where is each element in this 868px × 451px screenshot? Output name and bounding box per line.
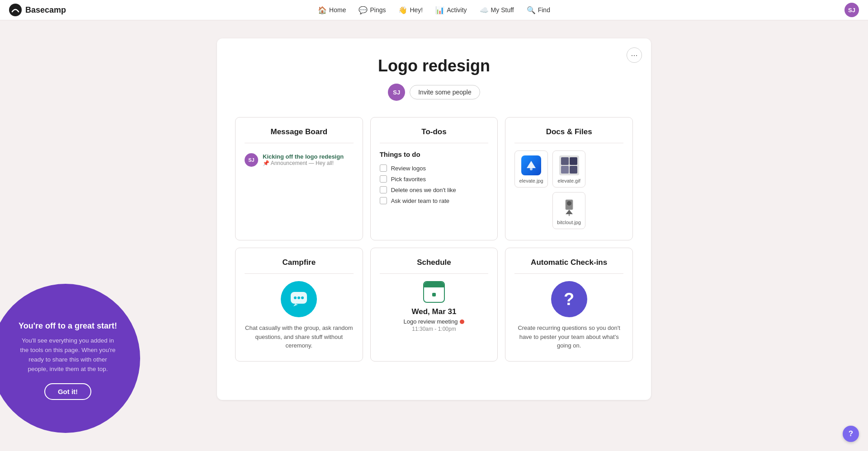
help-button[interactable]: ? [843,426,859,442]
todo-label-3: Delete ones we don't like [391,187,456,193]
todo-group-title: Things to do [380,150,489,158]
pings-icon: 💬 [359,6,368,14]
doc-placeholder-2 [514,192,548,229]
nav-find[interactable]: 🔍 Find [521,3,556,17]
svg-point-10 [301,296,304,299]
svg-point-8 [294,296,297,299]
todo-checkbox-1[interactable] [380,164,387,172]
doc-placeholder [590,150,623,188]
nav-pings[interactable]: 💬 Pings [353,3,391,17]
svg-marker-1 [527,161,536,168]
todo-item-2: Pick favorites [380,174,489,184]
project-members: SJ Invite some people [235,84,633,101]
svg-point-9 [297,296,300,299]
find-icon: 🔍 [527,6,536,14]
checkin-icon-wrap: ? [514,281,623,317]
docs-card: Docs & Files elevate.jpg [505,117,633,240]
logo[interactable]: Basecamp [9,4,66,16]
campfire-description: Chat casually with the group, ask random… [245,324,354,350]
message-subtitle: 📌 Announcement — Hey all! [263,160,354,166]
schedule-event-name: Logo review meeting [404,318,458,325]
schedule-event: Logo review meeting [380,318,489,325]
message-item[interactable]: SJ Kicking off the logo redesign 📌 Annou… [245,150,354,169]
todo-label-4: Ask wider team to rate [391,197,449,204]
todos-card: To-dos Things to do Review logos Pick fa… [370,117,498,240]
schedule-time: 11:30am - 1:00pm [380,326,489,332]
nav-right: SJ [844,3,859,17]
todo-item-4: Ask wider team to rate [380,195,489,206]
todo-item-3: Delete ones we don't like [380,184,489,195]
svg-point-5 [567,201,571,206]
campfire-icon-wrap [245,281,354,317]
bitclout-name: bitclout.jpg [557,220,581,225]
nav-hey[interactable]: 👋 Hey! [393,3,428,17]
todos-title: To-dos [380,127,489,143]
message-board-card: Message Board SJ Kicking off the logo re… [235,117,363,240]
svg-point-2 [530,168,533,170]
todo-checkbox-2[interactable] [380,175,387,183]
project-member-avatar: SJ [388,84,405,101]
campfire-chat-icon [289,289,309,309]
hey-icon: 👋 [398,6,407,14]
nav-mystuff[interactable]: ☁️ My Stuff [474,3,519,17]
cal-body [424,287,444,302]
checkin-description: Create recurring questions so you don't … [514,324,623,350]
todo-item-1: Review logos [380,163,489,174]
nav-home[interactable]: 🏠 Home [312,3,351,17]
elevate-gif-name: elevate.gif [558,178,580,183]
bitclout-svg [560,198,578,216]
content-card: ··· Logo redesign SJ Invite some people … [217,38,651,400]
basecamp-logo-icon [9,4,22,16]
cal-dot [432,293,436,296]
todo-label-1: Review logos [391,165,426,172]
cal-header [424,282,444,287]
checkins-title: Automatic Check-ins [514,258,623,274]
got-it-button[interactable]: Got it! [44,383,91,400]
nav-center: 🏠 Home 💬 Pings 👋 Hey! 📊 Activity ☁️ My S… [312,3,556,17]
onboarding-title: You're off to a great start! [19,321,117,331]
elevate-svg [525,159,538,172]
message-avatar: SJ [245,153,258,167]
question-mark-icon: ? [564,290,574,309]
elevate-gif-icon [559,155,579,175]
checkin-icon: ? [551,281,587,317]
top-nav: Basecamp 🏠 Home 💬 Pings 👋 Hey! 📊 Activit… [0,0,868,20]
todo-label-2: Pick favorites [391,176,426,183]
elevate-jpg-name: elevate.jpg [519,178,543,183]
activity-icon: 📊 [435,6,444,14]
campfire-icon [281,281,317,317]
elevate-jpg-icon [521,155,541,175]
calendar-icon [423,281,445,303]
logo-text: Basecamp [25,5,66,15]
invite-button[interactable]: Invite some people [410,85,480,99]
mystuff-icon: ☁️ [480,6,489,14]
doc-elevate-jpg[interactable]: elevate.jpg [514,150,548,188]
doc-bitclout[interactable]: bitclout.jpg [552,192,586,229]
schedule-card: Schedule Wed, Mar 31 Logo review meeting… [370,248,498,362]
todo-checkbox-3[interactable] [380,186,387,193]
user-avatar[interactable]: SJ [844,3,859,17]
docs-grid: elevate.jpg elevate.gif [514,150,623,229]
schedule-title: Schedule [380,258,489,274]
event-indicator [460,319,464,324]
docs-title: Docs & Files [514,127,623,143]
doc-elevate-gif[interactable]: elevate.gif [552,150,586,188]
svg-marker-4 [566,210,573,214]
message-title: Kicking off the logo redesign [263,153,354,160]
tools-grid: Message Board SJ Kicking off the logo re… [235,117,633,362]
checkins-card: Automatic Check-ins ? Create recurring q… [505,248,633,362]
todo-checkbox-4[interactable] [380,197,387,204]
campfire-title: Campfire [245,258,354,274]
project-title: Logo redesign [235,56,633,75]
message-info: Kicking off the logo redesign 📌 Announce… [263,153,354,166]
schedule-date: Wed, Mar 31 [380,307,489,316]
campfire-card: Campfire Chat casually with the group, a… [235,248,363,362]
bitclout-icon [559,197,579,217]
message-board-title: Message Board [245,127,354,143]
nav-activity[interactable]: 📊 Activity [430,3,472,17]
schedule-icon-wrap [380,281,489,303]
onboarding-body: You'll see everything you added in the t… [18,336,118,374]
home-icon: 🏠 [318,6,327,14]
more-options-button[interactable]: ··· [627,47,642,63]
